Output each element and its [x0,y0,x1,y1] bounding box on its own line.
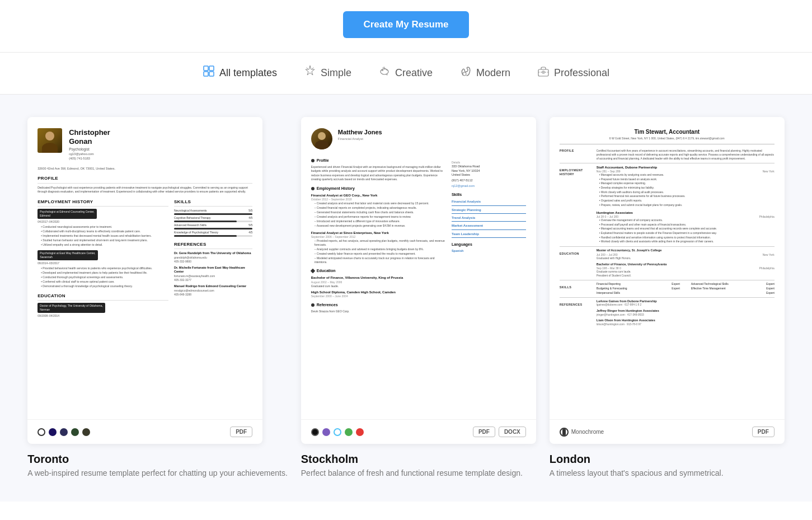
toronto-employment-section: Employment History [37,199,168,207]
london-job2-meta: Jul 28 0 – Jul 283Philadelphia [597,215,775,219]
nav-modern[interactable]: Modern [459,63,510,83]
stockholm-edu1-note: Graduated cum laude. [311,284,445,289]
london-monochrome-label: Monochrome [571,429,604,435]
stockholm-education-section: Education [311,268,445,274]
toronto-job2-b4: Conferred with clinical staff to ensure … [37,280,168,284]
nav-creative[interactable]: Creative [378,63,433,83]
stockholm-j1b3: Generated financial statements including… [311,210,445,214]
stockholm-ref1: Devin Strazza from GEO Corp. [311,310,445,314]
toronto-job1-b4: Studied human behavior and implemented s… [37,238,168,242]
nav-all-templates[interactable]: All templates [203,63,277,83]
toronto-profile-text: Dedicated Psychologist with vast experie… [37,186,252,194]
toronto-card[interactable]: ChristopherGonan Psychologist cg13@yahoo… [27,117,262,444]
stockholm-job2-title: Financial Analyst at Sinco Enterprises, … [311,231,445,235]
london-ref3-detail: lolson@huntington.com · 913-78-0 97 [597,323,775,327]
toronto-swatch-dark-navy[interactable] [60,428,68,436]
stockholm-docx-btn[interactable]: DOCX [499,427,526,437]
london-info: London A timeless layout that's spacious… [550,444,785,485]
nav-creative-label: Creative [395,67,433,79]
nav-all-templates-label: All templates [219,67,277,79]
london-ref2-name: Jeffrey Ringer from Huntington Associate… [597,309,775,313]
header: Create My Resume [0,0,812,52]
svg-rect-2 [204,72,208,76]
toronto-preview: ChristopherGonan Psychologist cg13@yahoo… [27,117,262,419]
stockholm-skill5: Team Leadership [452,232,526,238]
stockholm-j1b5: Introduced and implemented a different t… [311,219,445,223]
london-profile-text: Certified Accountant with five years of … [597,149,775,161]
stockholm-skill3: Trend Analysis [452,216,526,222]
london-pdf-btn[interactable]: PDF [752,427,775,437]
stockholm-skill1: Financial Analysis [452,199,526,205]
toronto-contact: cg13@yahoo.com(405) 741-5183 [69,152,252,161]
toronto-job1-b1: Conducted neurological assessments prior… [37,225,168,229]
stockholm-swatch-green[interactable] [345,428,353,436]
monochrome-icon [560,428,569,437]
stockholm-preview: Matthew Jones Financial Analyst Profile … [301,117,536,419]
toronto-job2-b2: Developed and implemented treatment plan… [37,271,168,275]
nav-professional[interactable]: Professional [537,63,609,83]
toronto-pdf-btn[interactable]: PDF [230,427,252,437]
toronto-footer: PDF [27,419,262,444]
london-card[interactable]: Tim Stewart, Accountant 6 W Gold Street,… [550,117,785,444]
toronto-swatches [37,428,90,436]
toronto-formats: PDF [230,427,252,437]
stockholm-pdf-btn[interactable]: PDF [473,427,495,437]
toronto-swatch-olive[interactable] [82,428,90,436]
london-employment-label: EMPLOYMENT HISTORY [560,168,593,177]
toronto-job1-badge: Psychologist at Edmond Counseling Center… [37,209,97,219]
stockholm-j2b1: Provided reports, ad-hoc analysis, annua… [311,239,445,247]
toronto-ref1-phone: 405-332-9800 [174,260,252,264]
london-template-name: London [550,453,785,466]
stockholm-lang1: Spanish [452,249,526,254]
toronto-refs-section: References [174,241,252,249]
toronto-profile-section: Profile [37,175,252,183]
stockholm-job1-title: Financial Analyst at GEO Corp., New York [311,193,445,198]
toronto-info: Toronto A web-inspired resume template p… [27,444,288,485]
svg-rect-0 [204,66,208,71]
stockholm-edu1-date: August 2002 – May 2006 [311,280,445,284]
stockholm-swatch-blue[interactable] [334,428,341,436]
toronto-job2-b3: Conducted thorough psychological screeni… [37,275,168,279]
toronto-swatch-dark-green[interactable] [71,428,79,436]
modern-icon [459,65,472,81]
toronto-job2-badge: Psychologist at East Way Healthcare Cent… [37,250,97,260]
london-card-wrapper: Tim Stewart, Accountant 6 W Gold Street,… [550,117,785,485]
toronto-template-name: Toronto [27,453,288,466]
toronto-job-title: Psychologist [69,147,252,152]
london-monochrome-badge: Monochrome [560,428,604,437]
stockholm-card[interactable]: Matthew Jones Financial Analyst Profile … [301,117,536,444]
toronto-avatar [37,128,62,153]
stockholm-profile-section: Profile [311,158,445,163]
stockholm-phone: (917) 407-5112 [452,179,526,183]
create-resume-button[interactable]: Create My Resume [343,11,468,38]
toronto-swatch-navy[interactable] [49,428,57,436]
london-template-desc: A timeless layout that's spacious and sy… [550,468,785,479]
stockholm-swatch-red[interactable] [356,428,364,436]
toronto-swatch-white[interactable] [37,428,45,436]
toronto-address: 32600 42nd Ave SW, Edmond, OK 73001, Uni… [37,167,252,171]
london-education-label: EDUCATION [560,252,593,256]
stockholm-employment-section: Employment History [311,186,445,191]
london-ref1-name: LeAnne Gaines from Dubone Partnership [597,299,775,304]
nav-professional-label: Professional [554,67,609,79]
toronto-ref1-name: Dr. Gene Randolph from The University of… [174,251,252,256]
london-ref3-name: Liam Olson from Huntington Associates [597,318,775,323]
london-ref2-detail: jringer@huntington.com · 417-348-9533 [597,313,775,317]
toronto-job1-b2: Collaborated with multi-disciplinary tea… [37,229,168,233]
toronto-template-desc: A web-inspired resume template perfect f… [27,468,288,479]
toronto-job2-date: 06/2014–03/2017 [37,261,168,265]
stockholm-details-label: Details [452,161,526,165]
nav-simple[interactable]: Simple [304,63,351,83]
toronto-skills-section: Skills [174,199,252,207]
creative-icon [378,65,391,81]
stockholm-swatch-black[interactable] [311,428,319,436]
stockholm-info: Stockholm Perfect balance of fresh and f… [301,444,536,485]
stockholm-swatch-purple[interactable] [322,428,330,436]
stockholm-address: 333 Oklahoma RoadNew York, NY 10024Unite… [452,165,526,177]
stockholm-profile-text: Experienced and driven Financial Analyst… [311,165,445,182]
template-grid: ChristopherGonan Psychologist cg13@yahoo… [0,95,812,502]
toronto-ref2-phone: 405-332-3277 [174,278,252,282]
nav-simple-label: Simple [321,67,351,79]
toronto-edu-date: 09/2008–04/2014 [37,314,168,318]
nav-modern-label: Modern [476,67,510,79]
